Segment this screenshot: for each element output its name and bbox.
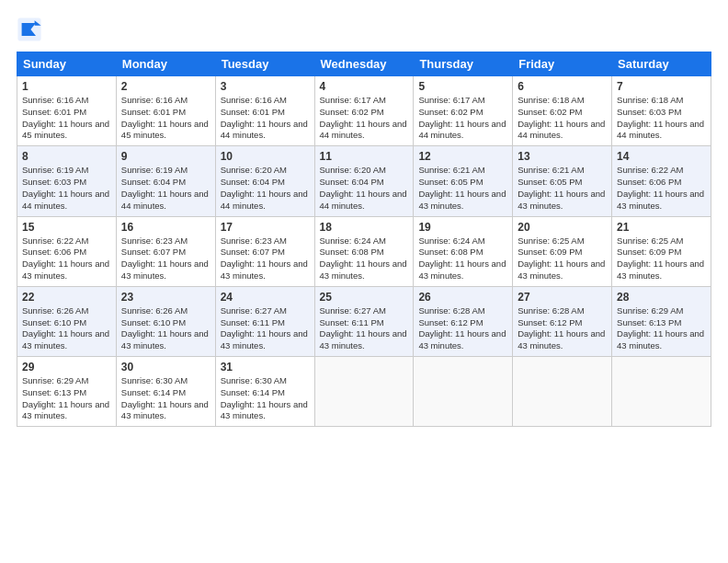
calendar-cell	[414, 357, 513, 427]
day-number: 16	[121, 221, 210, 234]
calendar-cell: 22Sunrise: 6:26 AMSunset: 6:10 PMDayligh…	[17, 286, 117, 356]
day-number: 5	[418, 80, 507, 93]
cell-info: Sunrise: 6:28 AMSunset: 6:12 PMDaylight:…	[518, 305, 607, 352]
day-number: 30	[121, 361, 210, 373]
calendar-cell: 6Sunrise: 6:18 AMSunset: 6:02 PMDaylight…	[513, 76, 612, 146]
day-number: 4	[320, 80, 409, 93]
cell-info: Sunrise: 6:28 AMSunset: 6:12 PMDaylight:…	[418, 305, 507, 352]
cell-info: Sunrise: 6:21 AMSunset: 6:05 PMDaylight:…	[418, 165, 507, 212]
day-number: 9	[121, 150, 210, 163]
cell-info: Sunrise: 6:26 AMSunset: 6:10 PMDaylight:…	[22, 305, 111, 352]
day-number: 2	[121, 80, 210, 93]
calendar-cell: 16Sunrise: 6:23 AMSunset: 6:07 PMDayligh…	[116, 216, 215, 286]
calendar-cell: 27Sunrise: 6:28 AMSunset: 6:12 PMDayligh…	[513, 286, 612, 356]
day-number: 6	[518, 80, 607, 93]
day-number: 12	[418, 150, 507, 163]
calendar-cell	[513, 357, 612, 427]
calendar-cell: 7Sunrise: 6:18 AMSunset: 6:03 PMDaylight…	[612, 76, 711, 146]
cell-info: Sunrise: 6:24 AMSunset: 6:08 PMDaylight:…	[320, 236, 409, 282]
cell-info: Sunrise: 6:24 AMSunset: 6:08 PMDaylight:…	[418, 236, 507, 282]
day-number: 18	[320, 221, 409, 234]
cell-info: Sunrise: 6:17 AMSunset: 6:02 PMDaylight:…	[320, 95, 409, 142]
calendar-cell: 25Sunrise: 6:27 AMSunset: 6:11 PMDayligh…	[314, 286, 414, 356]
calendar-cell: 15Sunrise: 6:22 AMSunset: 6:06 PMDayligh…	[17, 216, 117, 286]
cell-info: Sunrise: 6:23 AMSunset: 6:07 PMDaylight:…	[121, 236, 210, 282]
cell-info: Sunrise: 6:16 AMSunset: 6:01 PMDaylight:…	[221, 95, 310, 142]
day-of-week-header: Wednesday	[314, 52, 414, 76]
calendar-cell: 23Sunrise: 6:26 AMSunset: 6:10 PMDayligh…	[116, 286, 215, 356]
day-number: 23	[121, 291, 210, 304]
cell-info: Sunrise: 6:30 AMSunset: 6:14 PMDaylight:…	[121, 375, 210, 422]
calendar-cell: 26Sunrise: 6:28 AMSunset: 6:12 PMDayligh…	[414, 286, 513, 356]
day-of-week-header: Tuesday	[215, 52, 314, 76]
calendar-cell: 19Sunrise: 6:24 AMSunset: 6:08 PMDayligh…	[414, 216, 513, 286]
day-of-week-header: Friday	[513, 52, 612, 76]
calendar-cell: 20Sunrise: 6:25 AMSunset: 6:09 PMDayligh…	[513, 216, 612, 286]
calendar-cell: 9Sunrise: 6:19 AMSunset: 6:04 PMDaylight…	[116, 146, 215, 216]
cell-info: Sunrise: 6:29 AMSunset: 6:13 PMDaylight:…	[617, 305, 706, 352]
calendar-cell: 28Sunrise: 6:29 AMSunset: 6:13 PMDayligh…	[612, 286, 711, 356]
day-number: 25	[320, 291, 409, 304]
day-number: 11	[320, 150, 409, 163]
calendar-cell: 29Sunrise: 6:29 AMSunset: 6:13 PMDayligh…	[17, 357, 117, 427]
calendar-cell: 11Sunrise: 6:20 AMSunset: 6:04 PMDayligh…	[314, 146, 414, 216]
day-number: 8	[22, 150, 111, 163]
calendar-week-row: 15Sunrise: 6:22 AMSunset: 6:06 PMDayligh…	[17, 216, 711, 286]
cell-info: Sunrise: 6:16 AMSunset: 6:01 PMDaylight:…	[121, 95, 210, 142]
cell-info: Sunrise: 6:25 AMSunset: 6:09 PMDaylight:…	[617, 236, 706, 282]
logo	[17, 17, 46, 42]
day-number: 27	[518, 291, 607, 304]
day-number: 10	[221, 150, 310, 163]
calendar-week-row: 1Sunrise: 6:16 AMSunset: 6:01 PMDaylight…	[17, 76, 711, 146]
cell-info: Sunrise: 6:17 AMSunset: 6:02 PMDaylight:…	[418, 95, 507, 142]
logo-icon	[17, 17, 42, 42]
day-of-week-header: Monday	[116, 52, 215, 76]
day-number: 24	[221, 291, 310, 304]
calendar-cell: 4Sunrise: 6:17 AMSunset: 6:02 PMDaylight…	[314, 76, 414, 146]
cell-info: Sunrise: 6:16 AMSunset: 6:01 PMDaylight:…	[22, 95, 111, 142]
cell-info: Sunrise: 6:27 AMSunset: 6:11 PMDaylight:…	[221, 305, 310, 352]
calendar-cell: 30Sunrise: 6:30 AMSunset: 6:14 PMDayligh…	[116, 357, 215, 427]
day-number: 1	[22, 80, 111, 93]
cell-info: Sunrise: 6:22 AMSunset: 6:06 PMDaylight:…	[617, 165, 706, 212]
calendar-week-row: 8Sunrise: 6:19 AMSunset: 6:03 PMDaylight…	[17, 146, 711, 216]
calendar-cell: 2Sunrise: 6:16 AMSunset: 6:01 PMDaylight…	[116, 76, 215, 146]
day-number: 14	[617, 150, 706, 163]
calendar-week-row: 22Sunrise: 6:26 AMSunset: 6:10 PMDayligh…	[17, 286, 711, 356]
cell-info: Sunrise: 6:18 AMSunset: 6:03 PMDaylight:…	[617, 95, 706, 142]
day-number: 21	[617, 221, 706, 234]
day-number: 15	[22, 221, 111, 234]
cell-info: Sunrise: 6:25 AMSunset: 6:09 PMDaylight:…	[518, 236, 607, 282]
calendar-cell: 17Sunrise: 6:23 AMSunset: 6:07 PMDayligh…	[215, 216, 314, 286]
day-of-week-header: Saturday	[612, 52, 711, 76]
day-number: 31	[221, 361, 310, 373]
calendar-cell: 8Sunrise: 6:19 AMSunset: 6:03 PMDaylight…	[17, 146, 117, 216]
day-number: 13	[518, 150, 607, 163]
cell-info: Sunrise: 6:23 AMSunset: 6:07 PMDaylight:…	[221, 236, 310, 282]
header	[17, 17, 711, 42]
cell-info: Sunrise: 6:29 AMSunset: 6:13 PMDaylight:…	[22, 375, 111, 422]
day-of-week-header: Sunday	[17, 52, 117, 76]
calendar-week-row: 29Sunrise: 6:29 AMSunset: 6:13 PMDayligh…	[17, 357, 711, 427]
cell-info: Sunrise: 6:19 AMSunset: 6:04 PMDaylight:…	[121, 165, 210, 212]
cell-info: Sunrise: 6:19 AMSunset: 6:03 PMDaylight:…	[22, 165, 111, 212]
day-number: 20	[518, 221, 607, 234]
calendar-table: SundayMondayTuesdayWednesdayThursdayFrid…	[17, 52, 711, 427]
cell-info: Sunrise: 6:20 AMSunset: 6:04 PMDaylight:…	[320, 165, 409, 212]
cell-info: Sunrise: 6:30 AMSunset: 6:14 PMDaylight:…	[221, 375, 310, 422]
day-number: 22	[22, 291, 111, 304]
calendar-cell: 18Sunrise: 6:24 AMSunset: 6:08 PMDayligh…	[314, 216, 414, 286]
calendar-cell: 5Sunrise: 6:17 AMSunset: 6:02 PMDaylight…	[414, 76, 513, 146]
calendar-cell: 24Sunrise: 6:27 AMSunset: 6:11 PMDayligh…	[215, 286, 314, 356]
day-number: 7	[617, 80, 706, 93]
day-number: 17	[221, 221, 310, 234]
page: SundayMondayTuesdayWednesdayThursdayFrid…	[0, 0, 728, 563]
day-of-week-header: Thursday	[414, 52, 513, 76]
cell-info: Sunrise: 6:22 AMSunset: 6:06 PMDaylight:…	[22, 236, 111, 282]
cell-info: Sunrise: 6:26 AMSunset: 6:10 PMDaylight:…	[121, 305, 210, 352]
cell-info: Sunrise: 6:20 AMSunset: 6:04 PMDaylight:…	[221, 165, 310, 212]
calendar-cell: 21Sunrise: 6:25 AMSunset: 6:09 PMDayligh…	[612, 216, 711, 286]
calendar-cell: 12Sunrise: 6:21 AMSunset: 6:05 PMDayligh…	[414, 146, 513, 216]
calendar-cell	[314, 357, 414, 427]
calendar-cell: 31Sunrise: 6:30 AMSunset: 6:14 PMDayligh…	[215, 357, 314, 427]
